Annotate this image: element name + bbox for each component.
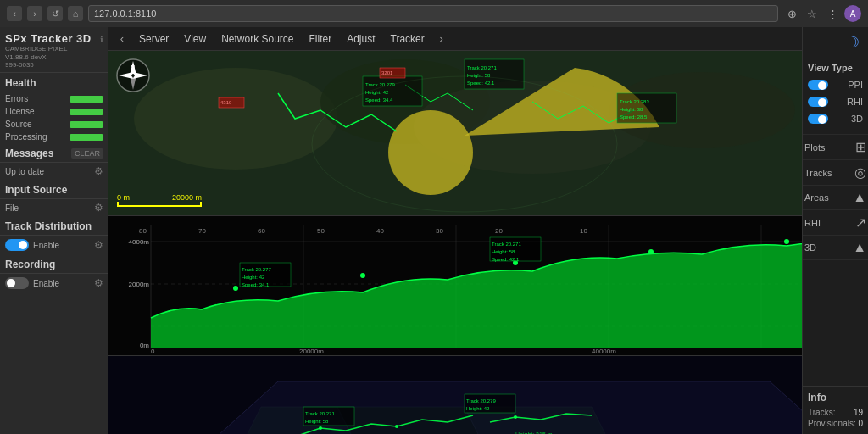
3d-tool-label: 3D	[804, 242, 816, 253]
svg-text:0: 0	[151, 348, 155, 355]
svg-text:N: N	[131, 64, 135, 70]
svg-text:Track 20.277: Track 20.277	[242, 267, 271, 272]
health-license-row: License	[0, 105, 108, 118]
avatar: A	[844, 5, 861, 22]
messages-settings-icon[interactable]: ⚙	[94, 165, 103, 177]
svg-point-5	[388, 110, 473, 195]
menu-network-source[interactable]: Network Source	[214, 31, 300, 47]
tracks-info-row: Tracks: 19	[808, 407, 863, 418]
map-views: Track 20.279 Height: 42 Speed: 34.4 Trac…	[108, 51, 802, 434]
menu-tracker[interactable]: Tracker	[384, 31, 431, 47]
tracks-icon: ◎	[854, 164, 866, 181]
svg-text:Height: 42: Height: 42	[242, 275, 265, 280]
svg-point-1	[134, 68, 337, 170]
logo-area: SPx Tracker 3D ℹ CAMBRIDGE PIXEL V1.88.6…	[0, 27, 108, 73]
3d-view[interactable]: Track 20.271 Height: 58 Track 20.279 Hei…	[108, 356, 802, 434]
svg-text:Speed: 34.4: Speed: 34.4	[365, 97, 393, 103]
svg-text:Height: 42: Height: 42	[365, 90, 389, 95]
moon-button[interactable]: ☽	[841, 31, 865, 54]
address-bar[interactable]: 127.0.0.1:8110	[88, 5, 778, 22]
svg-point-72	[395, 425, 398, 428]
svg-text:Speed: 42.1: Speed: 42.1	[492, 257, 520, 262]
rhi-toggle[interactable]	[808, 97, 828, 107]
svg-text:Speed: 28.5: Speed: 28.5	[620, 114, 648, 120]
moon-area: ☽	[803, 27, 868, 58]
track-distribution-row: Enable ⚙	[0, 236, 108, 254]
tracks-label: Tracks	[804, 168, 832, 178]
menu-filter[interactable]: Filter	[303, 31, 339, 47]
areas-row[interactable]: Areas ▲	[803, 186, 868, 210]
view-type-3d-row: 3D	[806, 112, 865, 125]
info-icon[interactable]: ℹ	[100, 35, 103, 44]
input-source-settings-icon[interactable]: ⚙	[94, 202, 103, 214]
menu-server[interactable]: Server	[132, 31, 175, 47]
topbar-nav-left[interactable]: ‹	[114, 31, 131, 47]
svg-text:Height: 42: Height: 42	[466, 406, 490, 411]
provisionals-info-row: Provisionals: 0	[808, 418, 863, 429]
view-type-rhi-row: RHI	[806, 95, 865, 108]
svg-text:2000m: 2000m	[129, 281, 150, 288]
sidebar: SPx Tracker 3D ℹ CAMBRIDGE PIXEL V1.88.6…	[0, 27, 108, 434]
back-button[interactable]: ‹	[7, 6, 22, 21]
track-distribution-toggle[interactable]: Enable	[5, 239, 59, 251]
svg-text:Speed: 42.1: Speed: 42.1	[467, 81, 495, 86]
scale-labels: 0 m 20000 m	[117, 193, 202, 202]
ppi-view[interactable]: Track 20.279 Height: 42 Speed: 34.4 Trac…	[108, 51, 802, 216]
info-section: Info Tracks: 19 Provisionals: 0	[803, 386, 868, 434]
processing-bar	[70, 134, 103, 141]
main-content: ‹ Server View Network Source Filter Adju…	[108, 27, 802, 434]
track-distribution-header: Track Distribution	[0, 216, 108, 236]
svg-point-71	[319, 426, 322, 430]
recording-settings-icon[interactable]: ⚙	[94, 277, 103, 289]
extensions-button[interactable]: ⊕	[783, 5, 800, 22]
menu-view[interactable]: View	[177, 31, 213, 47]
app-container: SPx Tracker 3D ℹ CAMBRIDGE PIXEL V1.88.6…	[0, 27, 868, 434]
source-bar	[70, 121, 103, 128]
svg-text:Track 20.283: Track 20.283	[620, 99, 649, 104]
svg-text:60: 60	[258, 227, 265, 235]
plots-row[interactable]: Plots ⊞	[803, 135, 868, 160]
refresh-button[interactable]: ↺	[47, 6, 63, 21]
topbar-nav-right[interactable]: ›	[433, 31, 450, 47]
scale-bar: 0 m 20000 m	[117, 193, 202, 207]
svg-text:Track 20.271: Track 20.271	[305, 411, 335, 416]
rhi-tool-row[interactable]: RHI ↗	[803, 210, 868, 236]
recording-toggle-switch[interactable]	[5, 277, 29, 289]
settings-button[interactable]: ⋮	[824, 5, 841, 22]
svg-text:20000m: 20000m	[299, 348, 324, 355]
ppi-svg: Track 20.279 Height: 42 Speed: 34.4 Trac…	[108, 51, 802, 215]
recording-enable-label: Enable	[33, 279, 59, 288]
recording-row: Enable ⚙	[0, 274, 108, 292]
view-type-section: View Type PPI RHI 3D	[803, 58, 868, 135]
home-button[interactable]: ⌂	[68, 6, 83, 21]
ppi-toggle[interactable]	[808, 80, 828, 90]
3d-tool-icon: ▲	[853, 240, 866, 255]
tracks-row[interactable]: Tracks ◎	[803, 160, 868, 186]
recording-toggle[interactable]: Enable	[5, 277, 59, 289]
clear-messages-button[interactable]: CLEAR	[71, 148, 103, 159]
svg-point-73	[514, 415, 517, 419]
compass-svg: N	[115, 58, 151, 93]
track-distribution-toggle-switch[interactable]	[5, 239, 29, 251]
rhi-tool-label: RHI	[804, 218, 821, 228]
provisionals-info-label: Provisionals:	[808, 419, 856, 428]
view-type-ppi-row: PPI	[806, 78, 865, 92]
svg-text:3201: 3201	[381, 70, 393, 75]
info-title: Info	[808, 392, 863, 403]
menu-adjust[interactable]: Adjust	[340, 31, 381, 47]
bookmark-button[interactable]: ☆	[804, 5, 821, 22]
track-distribution-settings-icon[interactable]: ⚙	[94, 239, 103, 251]
svg-text:30: 30	[436, 227, 443, 235]
3d-toggle[interactable]	[808, 114, 828, 124]
input-source-value: File	[5, 203, 19, 213]
plots-icon: ⊞	[855, 139, 866, 155]
3d-tool-row[interactable]: 3D ▲	[803, 236, 868, 260]
browser-icons: ⊕ ☆ ⋮ A	[783, 5, 861, 22]
svg-text:Height: 38: Height: 38	[620, 107, 643, 112]
svg-text:Track 20.271: Track 20.271	[467, 65, 497, 70]
messages-section-header: Messages CLEAR	[0, 143, 108, 163]
svg-text:20: 20	[495, 227, 503, 235]
tracks-info-label: Tracks:	[808, 408, 835, 417]
forward-button[interactable]: ›	[27, 6, 42, 21]
rhi-view[interactable]: 80 70 60 50 40 30 20 10 4000m 2000m 0m 0…	[108, 216, 802, 356]
